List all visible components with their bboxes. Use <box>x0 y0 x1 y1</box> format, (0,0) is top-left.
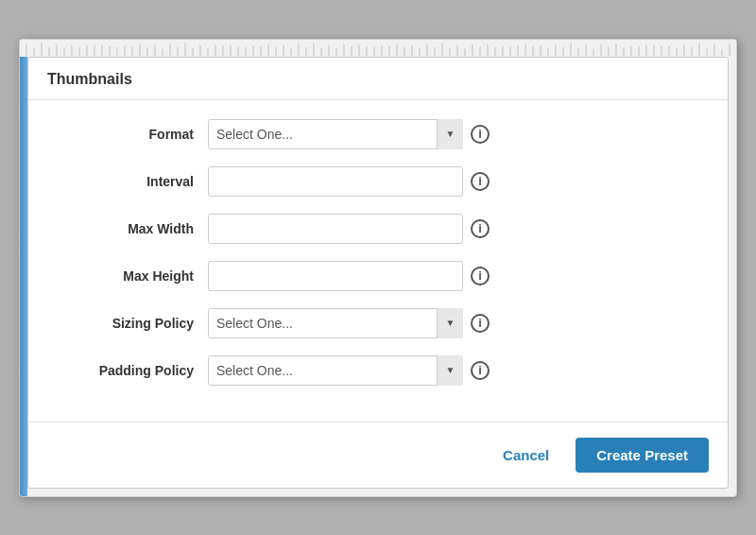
format-label: Format <box>66 127 208 142</box>
format-control-wrapper: Select One... JPEG PNG GIF WebP ▼ i <box>208 119 490 149</box>
max-width-input[interactable] <box>208 214 463 244</box>
max-width-control-wrapper: i <box>208 214 490 244</box>
torn-top-decoration <box>20 40 736 57</box>
max-height-label: Max Height <box>66 268 208 284</box>
padding-policy-control-wrapper: Select One... Pad NoPad ▼ i <box>208 355 490 386</box>
cancel-button[interactable]: Cancel <box>491 440 560 471</box>
format-row: Format Select One... JPEG PNG GIF WebP ▼… <box>66 119 690 149</box>
max-height-input[interactable] <box>208 261 463 291</box>
max-height-row: Max Height i <box>66 261 690 291</box>
dialog-body: Format Select One... JPEG PNG GIF WebP ▼… <box>28 100 728 422</box>
dialog-footer: Cancel Create Preset <box>28 422 728 488</box>
left-accent-decoration <box>20 57 27 496</box>
format-info-icon[interactable]: i <box>471 125 490 144</box>
max-width-label: Max Width <box>66 221 208 236</box>
dialog-header: Thumbnails <box>28 58 728 100</box>
padding-policy-label: Padding Policy <box>66 363 208 378</box>
sizing-policy-control-wrapper: Select One... Fit Fill Stretch Keep ▼ i <box>208 308 490 338</box>
sizing-policy-select[interactable]: Select One... Fit Fill Stretch Keep <box>208 308 463 338</box>
padding-policy-row: Padding Policy Select One... Pad NoPad ▼… <box>66 355 690 386</box>
interval-row: Interval i <box>66 166 690 197</box>
sizing-policy-row: Sizing Policy Select One... Fit Fill Str… <box>66 308 690 338</box>
padding-policy-select-wrapper: Select One... Pad NoPad ▼ <box>208 355 463 386</box>
padding-policy-info-icon[interactable]: i <box>471 361 490 380</box>
sizing-policy-select-wrapper: Select One... Fit Fill Stretch Keep ▼ <box>208 308 463 338</box>
sizing-policy-info-icon[interactable]: i <box>471 314 490 333</box>
format-select[interactable]: Select One... JPEG PNG GIF WebP <box>208 119 463 149</box>
dialog-content: Thumbnails Format Select One... JPEG PNG… <box>27 57 729 489</box>
dialog-title: Thumbnails <box>47 71 132 87</box>
format-select-wrapper: Select One... JPEG PNG GIF WebP ▼ <box>208 119 463 149</box>
interval-info-icon[interactable]: i <box>471 172 490 191</box>
max-width-info-icon[interactable]: i <box>471 219 490 238</box>
interval-input[interactable] <box>208 166 463 197</box>
interval-label: Interval <box>66 174 208 189</box>
interval-control-wrapper: i <box>208 166 490 197</box>
create-preset-button[interactable]: Create Preset <box>576 438 709 473</box>
max-width-row: Max Width i <box>66 214 690 244</box>
max-height-info-icon[interactable]: i <box>471 267 490 285</box>
padding-policy-select[interactable]: Select One... Pad NoPad <box>208 355 463 386</box>
max-height-control-wrapper: i <box>208 261 490 291</box>
sizing-policy-label: Sizing Policy <box>66 316 208 331</box>
thumbnails-dialog: Thumbnails Format Select One... JPEG PNG… <box>19 39 737 497</box>
